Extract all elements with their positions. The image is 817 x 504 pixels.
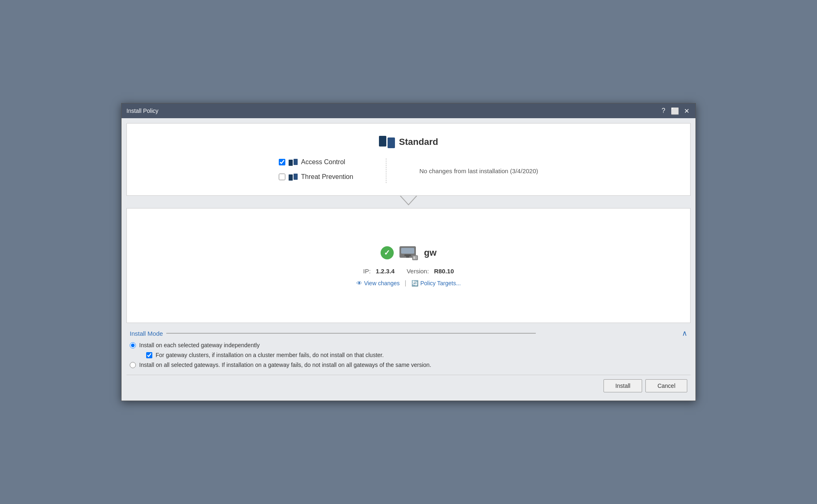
title-bar-controls: ? ⬜ ✕ — [659, 107, 691, 115]
install-mode-header: Install Mode ∧ — [130, 329, 687, 338]
svg-rect-6 — [413, 257, 415, 259]
policy-book-icon — [379, 136, 395, 148]
status-check-icon: ✓ — [381, 246, 394, 259]
policy-name: Standard — [399, 137, 438, 147]
arrow-connector — [126, 196, 691, 208]
svg-rect-2 — [404, 254, 411, 256]
help-button[interactable]: ? — [659, 107, 668, 115]
install-button[interactable]: Install — [604, 379, 643, 392]
vertical-divider — [386, 158, 386, 183]
access-control-icon — [289, 159, 298, 166]
threat-prevention-icon — [289, 174, 298, 181]
version-value: R80.10 — [434, 268, 454, 275]
install-mode-option2-label: Install on all selected gateways. If ins… — [139, 362, 431, 368]
ip-value: 1.2.3.4 — [376, 268, 395, 275]
dialog-footer: Install Cancel — [126, 375, 691, 396]
gateway-name: gw — [424, 247, 437, 258]
access-control-item: Access Control — [279, 158, 353, 166]
policy-options: Access Control Threat Prevention No chan… — [143, 158, 674, 183]
ip-label: IP: — [363, 268, 370, 275]
install-mode-sub-option: For gateway clusters, if installation on… — [146, 352, 687, 358]
threat-prevention-label: Threat Prevention — [301, 173, 353, 181]
threat-prevention-item: Threat Prevention — [279, 173, 353, 181]
dialog-window: Install Policy ? ⬜ ✕ Standard — [121, 103, 696, 401]
install-mode-option2: Install on all selected gateways. If ins… — [130, 362, 687, 368]
sub-option-label: For gateway clusters, if installation on… — [156, 352, 384, 358]
gateway-panel: ✓ gw IP: 1.2.3.4 — [126, 208, 691, 323]
gateway-links: 👁 View changes | 🔄 Policy Targets... — [356, 279, 461, 287]
svg-rect-1 — [401, 248, 414, 254]
cancel-button[interactable]: Cancel — [645, 379, 687, 392]
gateway-device-icon — [399, 245, 419, 261]
svg-rect-3 — [406, 256, 409, 258]
install-mode-option1-label: Install on each selected gateway indepen… — [139, 342, 259, 348]
link-separator: | — [405, 279, 406, 287]
gateway-header: ✓ gw — [381, 245, 437, 261]
cluster-fail-checkbox[interactable] — [146, 352, 152, 358]
gateway-info: IP: 1.2.3.4 Version: R80.10 — [363, 268, 454, 275]
eye-icon: 👁 — [356, 280, 362, 286]
restore-button[interactable]: ⬜ — [671, 107, 679, 115]
policy-targets-icon: 🔄 — [411, 280, 418, 286]
access-control-checkbox[interactable] — [279, 159, 285, 165]
chevron-up-icon[interactable]: ∧ — [682, 329, 687, 338]
threat-prevention-checkbox[interactable] — [279, 174, 285, 180]
version-label: Version: — [406, 268, 429, 275]
install-mode-section: Install Mode ∧ Install on each selected … — [126, 323, 691, 375]
access-control-label: Access Control — [301, 158, 345, 166]
policy-checkboxes: Access Control Threat Prevention — [279, 158, 353, 183]
close-button[interactable]: ✕ — [682, 107, 691, 115]
no-changes-text: No changes from last installation (3/4/2… — [419, 158, 538, 183]
policy-title: Standard — [379, 136, 438, 148]
install-mode-title: Install Mode — [130, 330, 536, 337]
window-title: Install Policy — [126, 108, 158, 114]
policy-panel: Standard Access Control — [126, 123, 691, 196]
title-bar: Install Policy ? ⬜ ✕ — [122, 103, 695, 118]
install-mode-option1: Install on each selected gateway indepen… — [130, 342, 687, 348]
install-mode-radio1[interactable] — [130, 342, 136, 348]
policy-targets-link[interactable]: 🔄 Policy Targets... — [411, 280, 461, 286]
gateway-container: ✓ gw IP: 1.2.3.4 — [356, 245, 461, 287]
dialog-content: Standard Access Control — [122, 118, 695, 401]
view-changes-link[interactable]: 👁 View changes — [356, 280, 400, 286]
install-mode-radio2[interactable] — [130, 362, 136, 368]
